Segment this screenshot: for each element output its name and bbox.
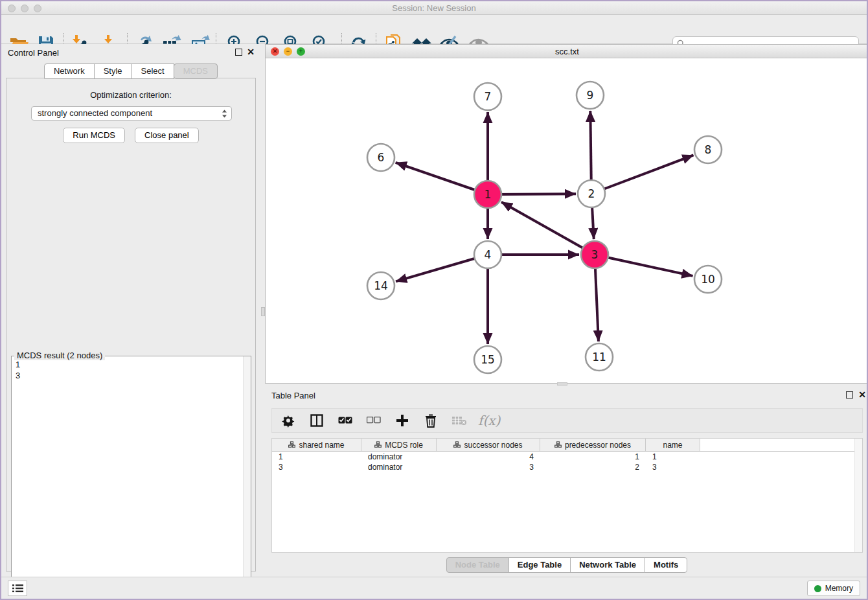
node-label-1: 1 (485, 188, 492, 201)
table-scrollbar[interactable] (854, 439, 862, 552)
control-panel-title: Control Panel (8, 48, 59, 58)
table-row[interactable]: 1dominator411 (272, 452, 862, 462)
window-title: Session: New Session (1, 3, 867, 13)
run-mcds-button[interactable]: Run MCDS (63, 128, 125, 143)
table-panel-title: Table Panel (271, 391, 315, 400)
column-pane-icon[interactable] (307, 411, 326, 430)
tab-network[interactable]: Network (44, 63, 95, 79)
column-header-MCDS-role[interactable]: MCDS role (361, 439, 437, 451)
table-cell[interactable]: 3 (646, 463, 700, 472)
column-header-label: name (663, 441, 682, 450)
table-cell[interactable]: dominator (361, 463, 437, 472)
control-panel: Control Panel ✕ NetworkStyleSelectMCDS O… (1, 44, 261, 577)
close-table-panel-icon[interactable]: ✕ (858, 389, 867, 400)
node-table: shared nameMCDS rolesuccessor nodesprede… (271, 438, 863, 553)
task-history-list-icon[interactable] (8, 581, 27, 596)
column-header-label: successor nodes (464, 441, 522, 450)
optimization-criterion-select[interactable]: strongly connected component (31, 106, 232, 121)
function-builder-icon: f(x) (478, 413, 500, 428)
tab-node-table[interactable]: Node Table (446, 557, 509, 573)
network-view-window: ✕ − + scc.txt 7968124314101511 (265, 44, 868, 384)
column-type-icon (374, 441, 382, 450)
node-table-body: 1dominator4113dominator323 (272, 452, 862, 472)
float-panel-icon[interactable] (235, 49, 242, 56)
result-line: 1 (16, 359, 20, 370)
node-label-10: 10 (701, 273, 715, 286)
column-type-icon (288, 441, 295, 450)
edge-3-1[interactable] (501, 202, 595, 255)
delete-table-icon-disabled (450, 411, 469, 430)
float-table-panel-icon[interactable] (846, 391, 853, 398)
optimization-criterion-label: Optimization criterion: (6, 90, 255, 100)
table-panel-tabs: Node TableEdge TableNetwork TableMotifs (265, 557, 868, 573)
table-cell[interactable]: 1 (540, 452, 646, 461)
table-cell[interactable]: dominator (361, 452, 437, 461)
node-label-3: 3 (591, 248, 599, 261)
node-label-6: 6 (378, 151, 385, 164)
edge-3-10[interactable] (595, 255, 693, 276)
node-label-9: 9 (587, 89, 594, 102)
mcds-result-group: MCDS result (2 nodes) 13 (11, 356, 251, 600)
tab-mcds[interactable]: MCDS (174, 63, 218, 79)
select-chevrons-icon (222, 109, 227, 119)
column-header-shared-name[interactable]: shared name (272, 439, 361, 451)
table-cell[interactable]: 2 (540, 463, 646, 472)
network-window-titlebar: ✕ − + scc.txt (266, 45, 868, 58)
node-label-2: 2 (588, 187, 595, 200)
tab-select[interactable]: Select (131, 63, 174, 79)
node-label-7: 7 (485, 90, 492, 103)
optimization-criterion-value: strongly connected component (38, 108, 152, 118)
result-scrollbar[interactable] (243, 356, 251, 600)
node-label-14: 14 (374, 279, 388, 292)
tab-network-table[interactable]: Network Table (570, 557, 645, 573)
tab-style[interactable]: Style (94, 63, 132, 79)
node-label-15: 15 (481, 353, 495, 366)
column-header-predecessor-nodes[interactable]: predecessor nodes (540, 439, 646, 451)
edge-1-6[interactable] (396, 163, 488, 194)
control-panel-tabs: NetworkStyleSelectMCDS (1, 63, 261, 79)
memory-status-icon (814, 585, 821, 592)
network-canvas[interactable]: 7968124314101511 (266, 58, 868, 383)
column-type-icon (554, 441, 562, 450)
table-panel: Table Panel ✕ (265, 387, 868, 578)
tab-edge-table[interactable]: Edge Table (508, 557, 571, 573)
node-label-8: 8 (705, 143, 712, 156)
network-graph[interactable]: 7968124314101511 (266, 58, 868, 383)
status-bar: Memory (1, 577, 867, 599)
mcds-tab-content: Optimization criterion: strongly connect… (6, 78, 256, 571)
memory-button[interactable]: Memory (807, 581, 860, 596)
add-column-icon[interactable] (393, 411, 412, 430)
main-toolbar (1, 15, 867, 44)
column-header-successor-nodes[interactable]: successor nodes (437, 439, 540, 451)
network-window-title: scc.txt (266, 47, 868, 56)
result-line: 3 (16, 370, 20, 381)
node-label-4: 4 (485, 248, 492, 261)
tab-motifs[interactable]: Motifs (645, 557, 687, 573)
deselect-all-icon[interactable] (364, 411, 383, 430)
node-label-11: 11 (592, 351, 606, 363)
application-window: Session: New Session (0, 0, 868, 600)
column-type-icon (453, 441, 461, 450)
table-settings-gear-icon[interactable] (279, 411, 298, 430)
close-panel-icon[interactable]: ✕ (246, 47, 255, 57)
table-cell[interactable]: 1 (272, 452, 361, 461)
mcds-result-list[interactable]: 13 (16, 359, 20, 381)
table-row[interactable]: 3dominator323 (272, 462, 862, 472)
close-panel-button[interactable]: Close panel (135, 128, 199, 143)
column-header-label: MCDS role (385, 441, 423, 450)
table-cell[interactable]: 4 (437, 452, 540, 461)
table-cell[interactable]: 3 (272, 463, 361, 472)
table-panel-header: Table Panel ✕ (265, 387, 868, 405)
horizontal-splitter-handle[interactable] (557, 382, 567, 386)
mcds-result-title: MCDS result (2 nodes) (14, 351, 105, 360)
node-table-header-row: shared nameMCDS rolesuccessor nodesprede… (272, 439, 862, 452)
column-header-label: predecessor nodes (565, 441, 631, 450)
column-header-label: shared name (299, 441, 344, 450)
select-all-icon[interactable] (336, 411, 355, 430)
column-header-name[interactable]: name (646, 439, 700, 451)
table-cell[interactable]: 3 (437, 463, 540, 472)
table-cell[interactable]: 1 (646, 452, 700, 461)
control-panel-header: Control Panel ✕ (1, 44, 261, 62)
edge-2-8[interactable] (591, 155, 694, 194)
delete-column-trash-icon[interactable] (421, 411, 440, 430)
